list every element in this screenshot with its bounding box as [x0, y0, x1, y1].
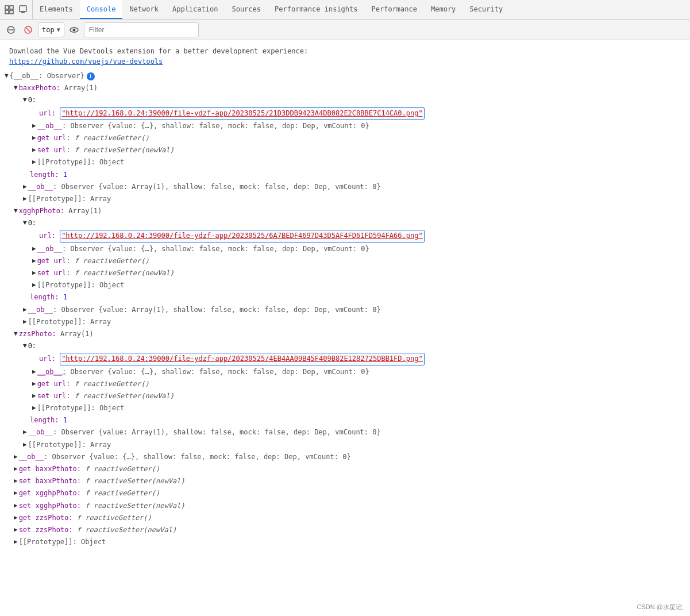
expand-arrow[interactable]	[32, 244, 36, 254]
expand-arrow[interactable]	[23, 182, 27, 192]
expand-arrow[interactable]	[23, 440, 27, 450]
svg-rect-1	[5, 10, 9, 14]
expand-arrow[interactable]	[23, 95, 27, 105]
filter-input[interactable]	[84, 22, 199, 37]
expand-arrow[interactable]	[5, 71, 9, 81]
clear-console-button[interactable]	[3, 22, 18, 37]
tab-elements[interactable]: Elements	[33, 0, 80, 19]
tree-line: {__ob__: Observer}i	[0, 70, 690, 82]
expand-arrow[interactable]	[14, 488, 18, 498]
expand-arrow[interactable]	[14, 452, 18, 462]
tree-line: url: "http://192.168.0.24:39000/file-ydz…	[0, 352, 690, 365]
expand-arrow[interactable]	[14, 500, 18, 511]
console-content: Download the Vue Devtools extension for …	[0, 40, 690, 616]
expand-arrow[interactable]	[32, 391, 36, 401]
expand-arrow[interactable]	[32, 280, 36, 290]
tree-line: set url: f reactiveSetter(newVal)	[0, 267, 690, 279]
expand-arrow[interactable]	[32, 133, 36, 143]
expand-arrow[interactable]	[23, 317, 27, 327]
tree-line: get zzsPhoto: f reactiveGetter()	[0, 512, 690, 524]
tree-container: {__ob__: Observer}ibaxxPhoto: Array(1)0:…	[0, 70, 690, 548]
tree-line: set xgghpPhoto: f reactiveSetter(newVal)	[0, 500, 690, 512]
context-selector[interactable]: top ▼	[38, 22, 64, 37]
tab-network[interactable]: Network	[122, 0, 165, 19]
tree-line: set zzsPhoto: f reactiveSetter(newVal)	[0, 524, 690, 536]
tree-line: get xgghpPhoto: f reactiveGetter()	[0, 487, 690, 499]
tab-performance-insights[interactable]: Performance insights	[268, 0, 365, 19]
tab-memory[interactable]: Memory	[424, 0, 462, 19]
expand-arrow[interactable]	[14, 513, 18, 523]
svg-line-10	[26, 28, 30, 32]
vue-devtools-link[interactable]: https://github.com/vuejs/vue-devtools	[9, 57, 163, 66]
tab-console[interactable]: Console	[80, 0, 123, 19]
expand-arrow[interactable]	[23, 194, 27, 204]
expand-arrow[interactable]	[14, 206, 18, 216]
tree-line: url: "http://192.168.0.24:39000/file-ydz…	[0, 229, 690, 242]
tree-line: __ob__: Observer {value: {…}, shallow: f…	[0, 120, 690, 132]
tree-line: length: 1	[0, 291, 690, 303]
tree-line: get url: f reactiveGetter()	[0, 255, 690, 267]
chevron-down-icon: ▼	[57, 26, 60, 33]
expand-arrow[interactable]	[23, 218, 27, 228]
devtools-icons	[0, 0, 33, 19]
expand-arrow[interactable]	[32, 121, 36, 131]
expand-arrow[interactable]	[14, 476, 18, 486]
tab-security[interactable]: Security	[462, 0, 510, 19]
watermark: CSDN @水星记_	[637, 603, 685, 611]
expand-arrow[interactable]	[14, 329, 18, 339]
tab-application[interactable]: Application	[165, 0, 225, 19]
tab-performance[interactable]: Performance	[365, 0, 424, 19]
console-toolbar: top ▼	[0, 20, 690, 40]
tree-line: __ob__: Observer {value: Array(1), shall…	[0, 304, 690, 316]
tree-line: zzsPhoto: Array(1)	[0, 328, 690, 340]
tree-line: [[Prototype]]: Array	[0, 316, 690, 328]
svg-rect-2	[10, 6, 13, 9]
tree-line: length: 1	[0, 414, 690, 426]
expand-arrow[interactable]	[32, 145, 36, 155]
tree-line: xgghpPhoto: Array(1)	[0, 205, 690, 217]
tree-line: 0:	[0, 340, 690, 352]
expand-arrow[interactable]	[32, 268, 36, 278]
expand-arrow[interactable]	[32, 157, 36, 167]
tree-line: [[Prototype]]: Object	[0, 279, 690, 291]
svg-rect-0	[5, 6, 9, 9]
svg-point-12	[72, 28, 75, 31]
eye-icon-button[interactable]	[67, 22, 82, 37]
tree-line: [[Prototype]]: Object	[0, 402, 690, 414]
expand-arrow[interactable]	[14, 525, 18, 535]
tree-line: set url: f reactiveSetter(newVal)	[0, 144, 690, 156]
tree-line: __ob__: Observer {value: Array(1), shall…	[0, 426, 690, 438]
tree-line: baxxPhoto: Array(1)	[0, 82, 690, 94]
tree-line: set url: f reactiveSetter(newVal)	[0, 390, 690, 402]
tree-line: __ob__: Observer {value: Array(1), shall…	[0, 181, 690, 193]
info-message: Download the Vue Devtools extension for …	[0, 43, 690, 70]
expand-arrow[interactable]	[23, 427, 27, 437]
tree-line: 0:	[0, 217, 690, 229]
expand-arrow[interactable]	[14, 464, 18, 474]
expand-arrow[interactable]	[14, 83, 18, 93]
tree-line: [[Prototype]]: Object	[0, 536, 690, 548]
inspect-icon[interactable]	[2, 3, 16, 17]
tree-line: get url: f reactiveGetter()	[0, 378, 690, 390]
expand-arrow[interactable]	[32, 403, 36, 413]
svg-rect-3	[10, 10, 13, 14]
tree-line: get url: f reactiveGetter()	[0, 132, 690, 144]
tab-bar: ElementsConsoleNetworkApplicationSources…	[0, 0, 690, 20]
tree-line: [[Prototype]]: Object	[0, 156, 690, 168]
tab-sources[interactable]: Sources	[225, 0, 268, 19]
expand-arrow[interactable]	[32, 367, 36, 377]
expand-arrow[interactable]	[23, 341, 27, 351]
device-icon[interactable]	[16, 3, 30, 17]
tree-line: get baxxPthoto: f reactiveGetter()	[0, 463, 690, 475]
tree-line: 0:	[0, 94, 690, 106]
tree-line: set baxxPthoto: f reactiveSetter(newVal)	[0, 475, 690, 487]
svg-rect-4	[20, 6, 26, 11]
expand-arrow[interactable]	[14, 537, 18, 547]
tree-line: __ob__: Observer {value: {…}, shallow: f…	[0, 243, 690, 255]
expand-arrow[interactable]	[23, 305, 27, 315]
tree-line: [[Prototype]]: Array	[0, 193, 690, 205]
tabs-container: ElementsConsoleNetworkApplicationSources…	[33, 0, 510, 19]
filter-options-button[interactable]	[21, 22, 36, 37]
expand-arrow[interactable]	[32, 256, 36, 266]
expand-arrow[interactable]	[32, 379, 36, 389]
